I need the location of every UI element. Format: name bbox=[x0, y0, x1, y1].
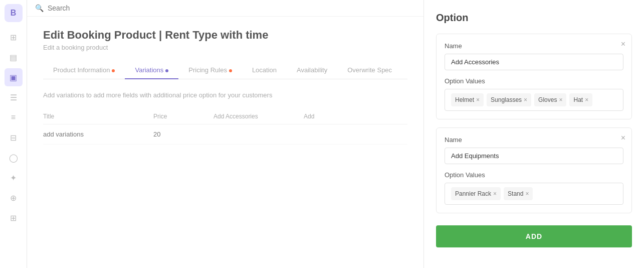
option-1-tags-container: Helmet × Sunglasses × Gloves × Hat × bbox=[445, 89, 623, 111]
option-section-1: × Name Option Values Helmet × Sunglasses… bbox=[436, 34, 632, 119]
tag-pannier-rack-close[interactable]: × bbox=[493, 191, 497, 197]
right-panel: Option × Name Option Values Helmet × Sun… bbox=[423, 0, 644, 268]
tag-helmet-close[interactable]: × bbox=[476, 97, 480, 103]
bar-chart-icon[interactable]: ▤ bbox=[5, 48, 23, 66]
tag-sunglasses-label: Sunglasses bbox=[491, 96, 522, 103]
option-2-name-input[interactable] bbox=[445, 148, 623, 164]
tag-stand-close[interactable]: × bbox=[525, 191, 529, 197]
tab-variations[interactable]: Variations bbox=[125, 61, 178, 79]
variation-description: Add variations to add more fields with a… bbox=[43, 91, 407, 99]
col-header-price: Price bbox=[153, 113, 213, 120]
tag-stand: Stand × bbox=[504, 187, 533, 200]
user-icon[interactable]: ◯ bbox=[5, 149, 23, 167]
variations-table: Title Price Add Accessories Add add vari… bbox=[43, 109, 407, 145]
tab-location[interactable]: Location bbox=[242, 61, 287, 79]
settings-icon[interactable]: ⊞ bbox=[5, 209, 23, 227]
add-button[interactable]: ADD bbox=[436, 225, 632, 247]
page-icon[interactable]: ▣ bbox=[5, 68, 23, 86]
tab-overwrite-spec[interactable]: Overwrite Spec bbox=[337, 61, 402, 79]
tag-hat: Hat × bbox=[569, 93, 592, 106]
table-icon[interactable]: ⊟ bbox=[5, 128, 23, 147]
tag-hat-label: Hat bbox=[573, 96, 583, 103]
option-2-values-label: Option Values bbox=[445, 171, 623, 179]
search-bar: 🔍 bbox=[27, 0, 423, 17]
tag-sunglasses-close[interactable]: × bbox=[524, 97, 527, 103]
option-2-tags-container: Pannier Rack × Stand × bbox=[445, 183, 623, 205]
col-header-accessories: Add Accessories bbox=[213, 113, 304, 120]
tabs-container: Product Information Variations Pricing R… bbox=[43, 61, 407, 79]
page-title: Edit Booking Product | Rent Type with ti… bbox=[43, 29, 407, 42]
tab-pricing-rules[interactable]: Pricing Rules bbox=[178, 61, 242, 79]
app-logo[interactable]: B bbox=[5, 4, 23, 22]
search-input[interactable] bbox=[48, 4, 148, 12]
option-2-name-label: Name bbox=[445, 136, 623, 144]
page-subtitle: Edit a booking product bbox=[43, 44, 407, 51]
option-1-name-input[interactable] bbox=[445, 54, 623, 70]
option-1-name-label: Name bbox=[445, 42, 623, 50]
row-accessories bbox=[213, 130, 304, 138]
tab-product-information[interactable]: Product Information bbox=[43, 61, 125, 79]
col-header-add: Add bbox=[304, 113, 407, 120]
group-icon[interactable]: ⊕ bbox=[5, 189, 23, 207]
close-option-1-button[interactable]: × bbox=[621, 40, 625, 48]
main-area: 🔍 Edit Booking Product | Rent Type with … bbox=[27, 0, 423, 268]
tag-hat-close[interactable]: × bbox=[585, 97, 588, 103]
tag-sunglasses: Sunglasses × bbox=[487, 93, 531, 106]
add-icon[interactable]: ✦ bbox=[5, 169, 23, 187]
tag-pannier-rack: Pannier Rack × bbox=[451, 187, 501, 200]
row-title: add variations bbox=[43, 130, 153, 138]
grid-icon[interactable]: ⊞ bbox=[5, 28, 23, 46]
tag-helmet-label: Helmet bbox=[455, 96, 474, 103]
table-header: Title Price Add Accessories Add bbox=[43, 109, 407, 124]
row-add bbox=[304, 130, 407, 138]
table-row: add variations 20 bbox=[43, 124, 407, 145]
tag-gloves-close[interactable]: × bbox=[559, 97, 562, 103]
tag-helmet: Helmet × bbox=[451, 93, 484, 106]
list-icon[interactable]: ☰ bbox=[5, 88, 23, 106]
tag-stand-label: Stand bbox=[508, 190, 523, 197]
panel-title: Option bbox=[436, 12, 632, 24]
tag-gloves-label: Gloves bbox=[538, 96, 557, 103]
col-header-title: Title bbox=[43, 113, 153, 120]
page-content: Edit Booking Product | Rent Type with ti… bbox=[27, 17, 423, 268]
tag-pannier-rack-label: Pannier Rack bbox=[455, 190, 491, 197]
sidebar: B ⊞ ▤ ▣ ☰ ≡ ⊟ ◯ ✦ ⊕ ⊞ bbox=[0, 0, 27, 268]
search-icon: 🔍 bbox=[35, 4, 44, 12]
row-price: 20 bbox=[153, 130, 213, 138]
close-option-2-button[interactable]: × bbox=[621, 134, 625, 142]
text-icon[interactable]: ≡ bbox=[5, 108, 23, 126]
option-section-2: × Name Option Values Pannier Rack × Stan… bbox=[436, 127, 632, 213]
tag-gloves: Gloves × bbox=[534, 93, 566, 106]
option-1-values-label: Option Values bbox=[445, 77, 623, 85]
tab-availability[interactable]: Availability bbox=[287, 61, 337, 79]
